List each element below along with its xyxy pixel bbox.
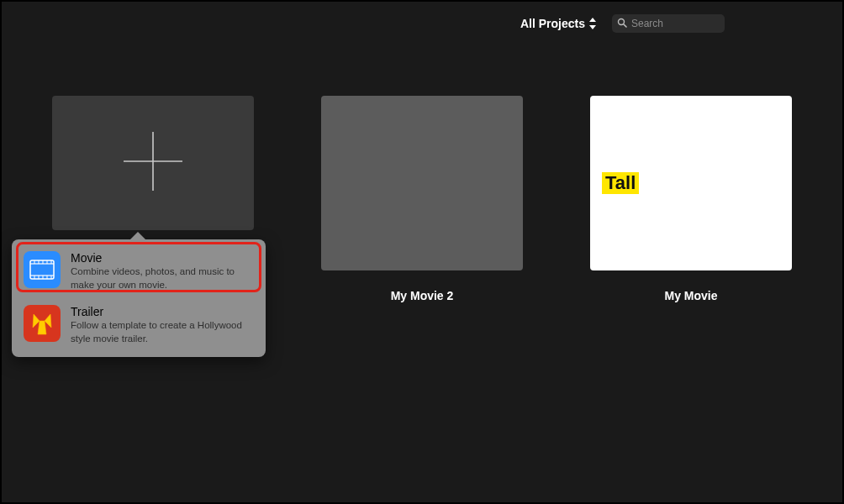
svg-line-1 <box>624 24 626 27</box>
plus-icon <box>120 129 186 197</box>
popover-movie-desc: Combine videos, photos, and music to mak… <box>71 265 254 291</box>
project-thumbnail-empty <box>321 96 523 270</box>
popover-movie-title: Movie <box>71 251 254 265</box>
projects-filter-label: All Projects <box>520 17 585 30</box>
popover-trailer-title: Trailer <box>71 305 254 318</box>
svg-rect-4 <box>30 260 54 279</box>
popover-option-movie[interactable]: Movie Combine videos, photos, and music … <box>12 244 266 298</box>
popover-option-trailer[interactable]: Trailer Follow a template to create a Ho… <box>12 298 266 352</box>
project-card-my-movie[interactable]: Tall My Movie <box>590 96 792 302</box>
trailer-icon <box>24 305 61 342</box>
project-title: My Movie <box>664 289 717 302</box>
new-project-popover: Movie Combine videos, photos, and music … <box>12 239 266 357</box>
project-card-my-movie-2[interactable]: My Movie 2 <box>321 96 523 302</box>
project-thumbnail-bamboo: Tall <box>590 96 792 270</box>
projects-filter-button[interactable]: All Projects <box>520 17 597 30</box>
project-title: My Movie 2 <box>391 289 454 302</box>
popover-trailer-desc: Follow a template to create a Hollywood … <box>71 319 254 345</box>
thumbnail-left-pane: Tall <box>590 172 691 194</box>
create-project-button[interactable] <box>52 96 254 230</box>
search-input[interactable] <box>631 18 720 29</box>
search-field[interactable] <box>612 14 725 33</box>
header-bar: All Projects <box>2 2 842 45</box>
popover-trailer-text: Trailer Follow a template to create a Ho… <box>71 305 254 345</box>
movie-icon <box>24 251 61 288</box>
tall-overlay-text: Tall <box>602 172 639 194</box>
popover-movie-text: Movie Combine videos, photos, and music … <box>71 251 254 291</box>
updown-icon <box>588 18 597 29</box>
search-icon <box>617 16 627 31</box>
